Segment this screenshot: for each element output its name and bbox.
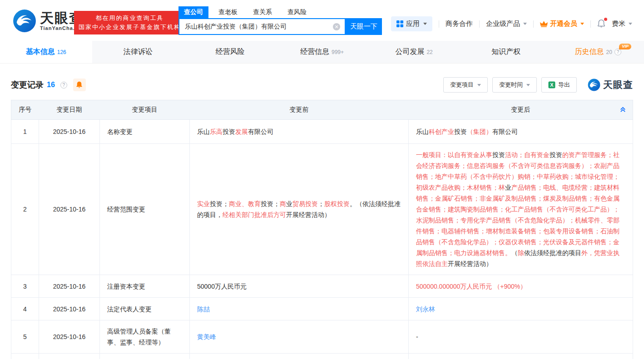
section-title: 变更记录 bbox=[11, 79, 44, 90]
export-button[interactable]: X 导出 bbox=[541, 77, 577, 93]
after-cell: 一般项目：以自有资金从事投资活动；自有资金投资的资产管理服务；社会经济咨询服务；… bbox=[409, 144, 633, 275]
tab-intellectual-property[interactable]: 知识产权 bbox=[460, 41, 552, 63]
filter-change-item-button[interactable]: 变更项目 bbox=[443, 77, 488, 93]
tab-operating-risk[interactable]: 经营风险 bbox=[184, 41, 276, 63]
text-segment: 50000万人民币元 bbox=[197, 283, 247, 290]
tab-count: 999+ bbox=[332, 49, 344, 55]
search-button[interactable]: 天眼一下 bbox=[346, 18, 382, 35]
search-input[interactable] bbox=[179, 19, 345, 34]
tab-count: 126 bbox=[57, 49, 66, 55]
header-change-item: 变更项目 bbox=[100, 100, 190, 120]
table-row: 1 2025-10-16 名称变更 乐山乐高投资发展有限公司 乐山科创产业投资（… bbox=[11, 120, 633, 144]
text-segment: 投资 bbox=[492, 151, 505, 158]
clear-icon[interactable]: ✕ bbox=[333, 23, 340, 30]
seq-cell: 5 bbox=[11, 320, 39, 354]
top-header: 天眼查 TianYanCha.com 都在用的商业查询工具 国家中小企业发展子基… bbox=[0, 0, 644, 41]
divider bbox=[479, 20, 480, 28]
business-cooperation-link[interactable]: 商务合作 bbox=[446, 20, 473, 28]
tab-company-development[interactable]: 公司发展 22 bbox=[368, 41, 460, 63]
table-row-partial bbox=[11, 354, 633, 359]
search-tab-relation[interactable]: 查关系 bbox=[248, 6, 277, 18]
search-tab-company[interactable]: 查公司 bbox=[178, 6, 208, 18]
item-cell: 名称变更 bbox=[100, 120, 190, 144]
chevron-down-icon bbox=[580, 23, 584, 25]
text-segment: 500000.000000万人民币元 （+900%） bbox=[416, 283, 526, 290]
collapse-icon[interactable] bbox=[619, 106, 626, 114]
before-cell: 50000万人民币元 bbox=[190, 275, 409, 298]
text-segment: 产品销售；电线、电缆经营；建筑材料销售；金属矿石销售；非金属矿及制品销售；煤炭及… bbox=[416, 184, 619, 256]
header-after: 变更后 bbox=[409, 100, 633, 120]
text-segment: 股权投资 bbox=[324, 200, 350, 207]
header-after-label: 变更后 bbox=[511, 106, 530, 113]
text-segment: 乐山 bbox=[197, 128, 210, 135]
header-row: 序号 变更日期 变更项目 变更前 变更后 bbox=[11, 100, 633, 120]
divider bbox=[533, 20, 534, 28]
notification-dot bbox=[604, 18, 607, 21]
bell-icon bbox=[76, 81, 83, 89]
notifications-bell[interactable] bbox=[597, 19, 605, 29]
text-segment: （集团） bbox=[467, 128, 492, 135]
entity-link[interactable]: 黄美峰 bbox=[197, 333, 216, 340]
entity-link[interactable]: 陈喆 bbox=[197, 305, 210, 313]
apps-menu[interactable]: 应用 bbox=[391, 16, 432, 31]
text-segment: 投资； bbox=[210, 200, 229, 207]
text-segment: 投资； bbox=[261, 200, 280, 207]
after-cell: 500000.000000万人民币元 （+900%） bbox=[409, 275, 633, 298]
text-segment: 除 bbox=[518, 249, 524, 256]
svg-text:X: X bbox=[550, 82, 554, 88]
text-segment: 依法须经批准的项目 bbox=[524, 249, 581, 256]
tab-label: 公司发展 bbox=[395, 47, 424, 57]
search-tab-risk[interactable]: 查风险 bbox=[282, 6, 312, 18]
export-label: 导出 bbox=[558, 81, 570, 89]
tab-label: 经营信息 bbox=[300, 47, 329, 57]
section-header: 变更记录 16 ? 变更项目 变更时间 bbox=[0, 64, 644, 100]
help-icon[interactable]: ? bbox=[614, 49, 621, 55]
text-segment: 投资 bbox=[223, 128, 235, 135]
help-icon[interactable]: ? bbox=[60, 82, 67, 89]
slogan-line-1: 都在用的商业查询工具 bbox=[79, 14, 181, 23]
after-cell: 乐山科创产业投资（集团）有限公司 bbox=[409, 120, 633, 144]
text-segment: 业 bbox=[505, 184, 511, 191]
search-tab-boss[interactable]: 查老板 bbox=[213, 6, 243, 18]
divider bbox=[590, 20, 591, 28]
text-segment: 商业、教育 bbox=[229, 200, 261, 207]
vip-upgrade-menu[interactable]: 开通会员 bbox=[540, 20, 584, 28]
tab-label: 知识产权 bbox=[491, 47, 520, 57]
tab-label: 经营风险 bbox=[215, 47, 244, 57]
item-cell: 经营范围变更 bbox=[100, 144, 190, 275]
filter-change-time-button[interactable]: 变更时间 bbox=[492, 77, 537, 93]
tab-label: 基本信息 bbox=[26, 47, 55, 57]
tab-label: 历史信息 bbox=[575, 47, 604, 57]
subscribe-bell-button[interactable] bbox=[73, 79, 86, 91]
entity-link[interactable]: 刘永林 bbox=[416, 305, 435, 313]
tab-history-info[interactable]: VIP 历史信息 20 ? bbox=[552, 41, 644, 63]
date-cell: 2025-10-16 bbox=[39, 320, 100, 354]
tab-legal-litigation[interactable]: 法律诉讼 bbox=[92, 41, 184, 63]
after-cell: 刘永林 bbox=[409, 298, 633, 320]
chevron-down-icon bbox=[523, 23, 527, 25]
apps-label: 应用 bbox=[406, 20, 420, 28]
user-menu[interactable]: 费米 bbox=[612, 20, 632, 28]
table-body: 1 2025-10-16 名称变更 乐山乐高投资发展有限公司 乐山科创产业投资（… bbox=[11, 120, 633, 359]
text-segment: 乐山 bbox=[416, 128, 429, 135]
header-change-date: 变更日期 bbox=[39, 100, 100, 120]
date-cell: 2025-10-16 bbox=[39, 298, 100, 320]
enterprise-products-menu[interactable]: 企业级产品 bbox=[486, 20, 527, 28]
text-segment: 实业 bbox=[197, 200, 210, 207]
tianyancha-swirl-icon bbox=[588, 79, 600, 91]
vip-crown-icon bbox=[540, 20, 548, 27]
enterprise-label: 企业级产品 bbox=[486, 20, 520, 28]
search-input-wrap: ✕ bbox=[178, 18, 346, 35]
table-head: 序号 变更日期 变更项目 变更前 变更后 bbox=[11, 100, 633, 120]
text-segment: 科创产业 bbox=[429, 128, 454, 135]
company-nav-bar: 基本信息 126 法律诉讼 经营风险 经营信息 999+ 公司发展 22 知识产… bbox=[0, 41, 644, 64]
text-segment: 投资 bbox=[454, 128, 467, 135]
search-tabs: 查公司 查老板 查关系 查风险 bbox=[178, 5, 382, 18]
table-row: 4 2025-10-16 法定代表人变更 陈喆 刘永林 bbox=[11, 298, 633, 320]
section-count: 16 bbox=[47, 81, 55, 89]
chevron-down-icon bbox=[477, 84, 481, 86]
tab-basic-info[interactable]: 基本信息 126 bbox=[0, 41, 92, 63]
tab-business-info[interactable]: 经营信息 999+ bbox=[276, 41, 368, 63]
brand-slogan: 都在用的商业查询工具 国家中小企业发展子基金旗下机构 bbox=[74, 11, 185, 34]
table-row: 3 2025-10-16 注册资本变更 50000万人民币元 500000.00… bbox=[11, 275, 633, 298]
